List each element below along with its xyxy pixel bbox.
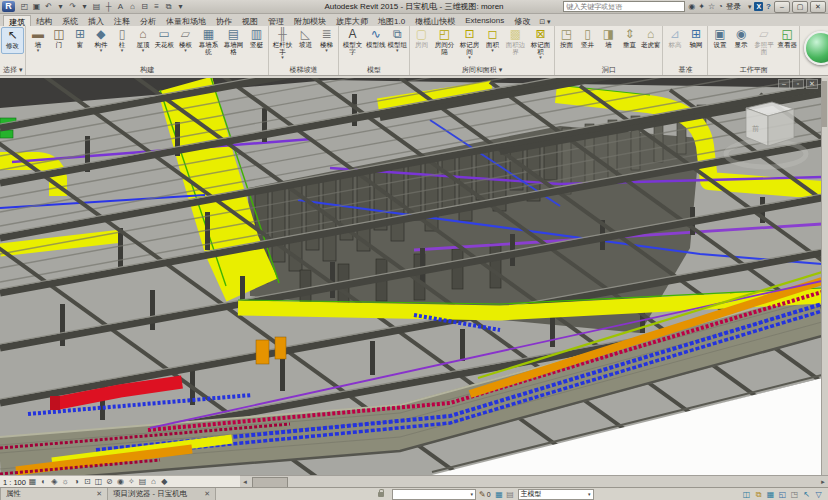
scroll-left-icon[interactable]: ◄ — [242, 479, 248, 486]
worksharing-monitor-icon[interactable]: ◫ — [741, 489, 752, 500]
wall-button-dropdown-icon[interactable]: ▾ — [37, 48, 40, 52]
area-button-dropdown-icon[interactable]: ▾ — [491, 48, 494, 52]
room-separator-button[interactable]: ◰房间分隔 — [432, 27, 457, 59]
set-work-plane-button[interactable]: ▣设置 — [709, 27, 730, 52]
tab-systems[interactable]: 系统 — [57, 15, 83, 26]
vertical-scrollbar[interactable] — [821, 78, 828, 475]
save-icon[interactable]: ▣ — [31, 1, 42, 13]
tag-room-button-dropdown-icon[interactable]: ▾ — [468, 55, 471, 59]
floor-button-dropdown-icon[interactable]: ▾ — [184, 48, 187, 52]
print-icon[interactable]: ▤ — [91, 1, 102, 13]
sign-in-user-icon[interactable]: ◔ — [718, 2, 723, 11]
close-button[interactable]: ✕ — [810, 1, 826, 13]
project-browser-tab-close-icon[interactable]: ✕ — [204, 490, 210, 498]
window-button[interactable]: ⊞窗 — [69, 27, 90, 52]
dormer-button[interactable]: ⌂老虎窗 — [640, 27, 662, 52]
editable-only-toggle-icon[interactable]: ▦ — [494, 489, 505, 500]
sign-in-dropdown-icon[interactable]: ▾ — [748, 3, 752, 11]
scroll-right-icon[interactable]: ► — [820, 479, 826, 486]
railing-button[interactable]: ╫栏杆扶手▾ — [270, 27, 295, 59]
measure-icon[interactable]: ┼ — [103, 1, 114, 13]
opening-by-face-button[interactable]: ◳按面 — [556, 27, 577, 52]
tab-map10[interactable]: 地图1.0 — [373, 15, 410, 26]
column-button-dropdown-icon[interactable]: ▾ — [121, 48, 124, 52]
scale-button[interactable]: 1 : 100 — [3, 478, 26, 487]
door-button[interactable]: ◫门 — [48, 27, 69, 52]
model-group-button[interactable]: ⧉模型组▾ — [386, 27, 408, 52]
redo-icon[interactable]: ↷ — [67, 1, 78, 13]
grid-button[interactable]: ⊞轴网 — [685, 27, 706, 52]
thin-lines-icon[interactable]: ≡ — [151, 1, 162, 13]
active-workset-dropdown[interactable] — [392, 489, 476, 500]
stair-button[interactable]: ≣楼梯▾ — [316, 27, 337, 52]
sign-in-button[interactable]: 登录 — [726, 2, 741, 12]
select-links-toggle-icon[interactable]: ⧉ — [753, 489, 764, 500]
redo-dropdown-icon[interactable]: ▾ — [79, 1, 90, 13]
tab-insert[interactable]: 插入 — [83, 15, 109, 26]
railing-button-dropdown-icon[interactable]: ▾ — [281, 55, 284, 59]
component-button-dropdown-icon[interactable]: ▾ — [100, 48, 103, 52]
vertical-opening-button[interactable]: ⇕垂直 — [619, 27, 640, 52]
tab-extensions[interactable]: Extensions — [460, 15, 509, 26]
viewer-button[interactable]: ◱查看器 — [776, 27, 798, 52]
tab-structure[interactable]: 结构 — [31, 15, 57, 26]
default-3d-view-icon[interactable]: ⌂ — [127, 1, 138, 13]
curtain-system-button[interactable]: ▦幕墙系统 — [196, 27, 221, 59]
drag-on-selection-toggle-icon[interactable]: ↖ — [801, 489, 812, 500]
column-button[interactable]: ▯柱▾ — [111, 27, 132, 52]
design-options-icon[interactable]: ▤ — [505, 489, 516, 500]
tag-area-button-dropdown-icon[interactable]: ▾ — [539, 55, 542, 59]
green-sphere-plugin-button[interactable] — [804, 31, 828, 65]
tab-addins[interactable]: 附加模块 — [289, 15, 331, 26]
minimize-button[interactable]: – — [774, 1, 790, 13]
select-underlay-toggle-icon[interactable]: ▦ — [765, 489, 776, 500]
tab-view[interactable]: 视图 — [237, 15, 263, 26]
properties-panel-tab-close-icon[interactable]: ✕ — [96, 490, 102, 498]
shaft-button[interactable]: ▯竖井 — [577, 27, 598, 52]
vertical-scrollbar-thumb[interactable] — [822, 81, 827, 127]
wall-opening-button[interactable]: ◨墙 — [598, 27, 619, 52]
design-option-dropdown[interactable]: 主模型 — [518, 489, 594, 500]
modify-tool-button[interactable]: ↖修改 — [1, 27, 24, 54]
tab-family-library-master[interactable]: 族库大师 — [331, 15, 373, 26]
curtain-grid-button[interactable]: ▤幕墙网格 — [221, 27, 246, 59]
properties-panel-tab[interactable]: 属性✕ — [0, 488, 108, 500]
section-icon[interactable]: ⊟ — [139, 1, 150, 13]
ramp-button[interactable]: ◺坡道 — [295, 27, 316, 52]
area-button[interactable]: ◻面积▾ — [482, 27, 503, 52]
text-icon[interactable]: A — [115, 1, 126, 13]
search-icon[interactable]: ◉ — [688, 2, 695, 11]
tab-massing-site[interactable]: 体量和场地 — [161, 15, 211, 26]
component-button[interactable]: ◆构件▾ — [90, 27, 111, 52]
ceiling-button[interactable]: ▭天花板 — [153, 27, 175, 52]
selection-filter-icon[interactable]: ▽ — [813, 489, 824, 500]
model-text-button[interactable]: A模型文字 — [340, 27, 365, 59]
app-button-revit-logo[interactable]: R — [2, 1, 15, 12]
mullion-button[interactable]: ▥竖梃 — [246, 27, 267, 52]
view-window-close-button[interactable]: ✕ — [806, 79, 818, 89]
select-by-face-toggle-icon[interactable]: ◳ — [789, 489, 800, 500]
customize-qat-icon[interactable]: ▾ — [175, 1, 186, 13]
tab-annotate[interactable]: 注释 — [109, 15, 135, 26]
model-group-button-dropdown-icon[interactable]: ▾ — [396, 48, 399, 52]
undo-icon[interactable]: ↶ — [43, 1, 54, 13]
stair-button-dropdown-icon[interactable]: ▾ — [325, 48, 328, 52]
roof-button-dropdown-icon[interactable]: ▾ — [142, 48, 145, 52]
tab-modify[interactable]: 修改 — [509, 15, 535, 26]
tab-collaborate[interactable]: 协作 — [211, 15, 237, 26]
roof-button[interactable]: ⌂屋顶▾ — [132, 27, 153, 52]
tab-analyze[interactable]: 分析 — [135, 15, 161, 26]
undo-dropdown-icon[interactable]: ▾ — [55, 1, 66, 13]
tag-room-button[interactable]: ⊡标记房间▾ — [457, 27, 482, 59]
subscription-key-icon[interactable]: ✦ — [698, 2, 705, 11]
view-window-restore-button[interactable]: ▫ — [792, 79, 804, 89]
drawing-area[interactable]: 前 ‒▫✕ 1 : 100 ▦◐◈☼◑⊡◫⊘◉✧▤⌂◆ ◄ ► — [0, 78, 828, 488]
exchange-apps-icon[interactable]: X — [754, 2, 763, 11]
maximize-button[interactable]: ▢ — [792, 1, 808, 13]
tab-manage[interactable]: 管理 — [263, 15, 289, 26]
tab-architecture[interactable]: 建筑 — [3, 15, 31, 26]
help-icon[interactable]: ? — [766, 2, 771, 11]
view-window-minimize-button[interactable]: ‒ — [778, 79, 790, 89]
project-browser-tab[interactable]: 项目浏览器 - 日宝机电✕ — [108, 488, 216, 500]
model-line-button[interactable]: ∿模型线 — [365, 27, 387, 52]
